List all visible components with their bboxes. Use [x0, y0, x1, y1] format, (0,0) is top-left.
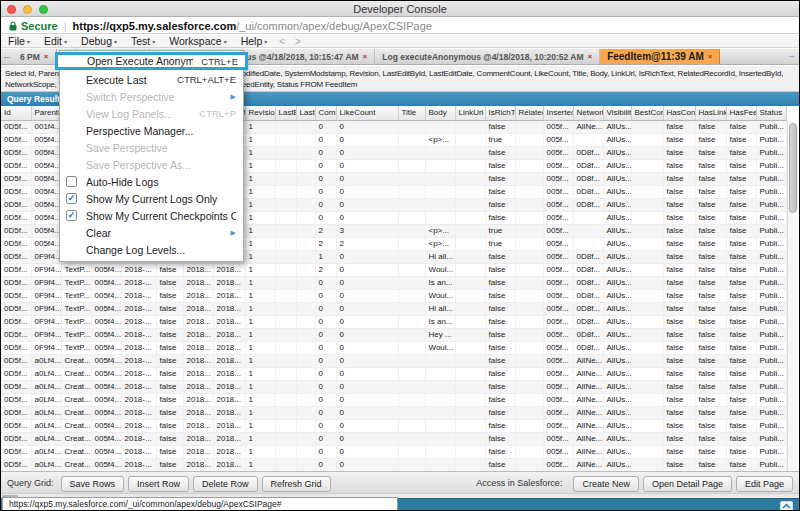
column-header-commentcount[interactable]: CommentCount	[315, 106, 336, 120]
table-cell[interactable]: 2018...	[183, 458, 213, 471]
table-cell[interactable]: 2018...	[213, 354, 245, 367]
table-cell[interactable]: false	[663, 458, 695, 471]
table-cell[interactable]: 2018...	[183, 263, 213, 276]
table-cell[interactable]: AllUs...	[603, 432, 631, 445]
table-cell[interactable]	[425, 406, 455, 419]
table-cell[interactable]: false	[485, 341, 515, 354]
table-cell[interactable]: Publi...	[756, 198, 786, 211]
table-cell[interactable]: false	[485, 198, 515, 211]
table-cell[interactable]: false	[695, 302, 726, 315]
table-cell[interactable]	[455, 133, 485, 146]
table-cell[interactable]	[275, 276, 296, 289]
checkbox-unchecked-icon[interactable]	[66, 176, 86, 187]
table-cell[interactable]: 0D8f...	[573, 185, 603, 198]
table-cell[interactable]: Publi...	[756, 185, 786, 198]
table-cell[interactable]: 2018-...	[121, 419, 156, 432]
table-cell[interactable]: 005f...	[543, 393, 573, 406]
table-cell[interactable]: TextP...	[61, 276, 91, 289]
table-cell[interactable]: Publi...	[756, 315, 786, 328]
table-cell[interactable]: Publi...	[756, 263, 786, 276]
table-cell[interactable]: Publi...	[756, 302, 786, 315]
table-cell[interactable]: 2018-...	[121, 263, 156, 276]
table-cell[interactable]: 005f4...	[91, 419, 121, 432]
table-cell[interactable]: 0D8f...	[573, 341, 603, 354]
table-cell[interactable]: 005f4...	[91, 341, 121, 354]
table-cell[interactable]: false	[695, 263, 726, 276]
table-cell[interactable]: AllUs...	[603, 445, 631, 458]
table-cell[interactable]	[296, 432, 315, 445]
table-cell[interactable]	[296, 185, 315, 198]
table-cell[interactable]: 1	[245, 263, 275, 276]
table-cell[interactable]: AllUs...	[603, 198, 631, 211]
table-cell[interactable]: AllNe...	[573, 380, 603, 393]
table-cell[interactable]	[425, 159, 455, 172]
table-cell[interactable]: false	[726, 159, 756, 172]
table-cell[interactable]: 001f4...	[31, 120, 61, 133]
table-cell[interactable]: 0D5f...	[1, 172, 31, 185]
table-cell[interactable]: false	[726, 120, 756, 133]
checkbox-box[interactable]: ✓	[66, 193, 77, 204]
table-cell[interactable]: 005f4...	[91, 367, 121, 380]
table-cell[interactable]: 2018...	[213, 445, 245, 458]
table-cell[interactable]	[296, 419, 315, 432]
table-cell[interactable]: false	[156, 393, 183, 406]
menu-item-open-execute-anonymous-window[interactable]: Open Execute Anonymous WindowCTRL+E	[55, 52, 248, 70]
table-cell[interactable]	[275, 432, 296, 445]
table-cell[interactable]: 0	[336, 172, 398, 185]
table-cell[interactable]: 005f...	[543, 445, 573, 458]
table-cell[interactable]: 005f...	[543, 185, 573, 198]
table-cell[interactable]	[398, 224, 425, 237]
table-cell[interactable]: 005f4...	[31, 159, 61, 172]
table-cell[interactable]	[455, 276, 485, 289]
table-cell[interactable]: AllNe...	[573, 458, 603, 471]
table-cell[interactable]: 005f...	[543, 211, 573, 224]
table-cell[interactable]: false	[663, 159, 695, 172]
table-cell[interactable]	[398, 133, 425, 146]
table-cell[interactable]: 005f4...	[91, 432, 121, 445]
table-cell[interactable]: 0D5f...	[1, 393, 31, 406]
table-row[interactable]: 0D5f...0F9f4...TextP...005f4...2018-...f…	[1, 276, 786, 289]
table-cell[interactable]: 1	[245, 419, 275, 432]
table-cell[interactable]	[296, 328, 315, 341]
table-cell[interactable]: AllNe...	[573, 354, 603, 367]
maximize-window-icon[interactable]	[39, 5, 48, 14]
table-cell[interactable]: false	[695, 185, 726, 198]
table-cell[interactable]: false	[485, 185, 515, 198]
table-cell[interactable]: false	[726, 302, 756, 315]
table-cell[interactable]	[455, 380, 485, 393]
table-cell[interactable]: 0D5f...	[1, 419, 31, 432]
table-cell[interactable]: a0Lf4...	[31, 380, 61, 393]
table-cell[interactable]: 0D8f...	[573, 172, 603, 185]
table-cell[interactable]: 005f...	[543, 146, 573, 159]
table-cell[interactable]	[296, 198, 315, 211]
table-cell[interactable]: false	[663, 367, 695, 380]
table-cell[interactable]	[425, 211, 455, 224]
table-cell[interactable]: false	[485, 211, 515, 224]
table-cell[interactable]: AllUs...	[603, 159, 631, 172]
table-cell[interactable]: 0D5f...	[1, 328, 31, 341]
table-cell[interactable]	[631, 185, 663, 198]
table-cell[interactable]: Publi...	[756, 146, 786, 159]
table-cell[interactable]: Hi all...	[425, 302, 455, 315]
table-cell[interactable]: 0	[315, 315, 336, 328]
table-cell[interactable]: 0D5f...	[1, 289, 31, 302]
table-cell[interactable]	[398, 159, 425, 172]
table-cell[interactable]: 0	[336, 419, 398, 432]
checkbox-checked-icon[interactable]: ✓	[66, 210, 86, 221]
column-header-parentid[interactable]: ParentId	[31, 106, 61, 120]
table-cell[interactable]: true	[485, 237, 515, 250]
table-cell[interactable]	[515, 276, 543, 289]
table-cell[interactable]: Creat...	[61, 406, 91, 419]
table-cell[interactable]: 005f...	[543, 198, 573, 211]
table-cell[interactable]	[455, 159, 485, 172]
menubar-item-debug[interactable]: Debug▾	[74, 35, 124, 47]
table-cell[interactable]: 0	[315, 302, 336, 315]
table-cell[interactable]: Publi...	[756, 445, 786, 458]
table-cell[interactable]: false	[663, 185, 695, 198]
table-cell[interactable]: 2018...	[183, 367, 213, 380]
table-cell[interactable]	[631, 380, 663, 393]
table-cell[interactable]: 2	[315, 224, 336, 237]
table-cell[interactable]: 0D5f...	[1, 445, 31, 458]
table-cell[interactable]: 1	[245, 133, 275, 146]
table-cell[interactable]	[455, 146, 485, 159]
